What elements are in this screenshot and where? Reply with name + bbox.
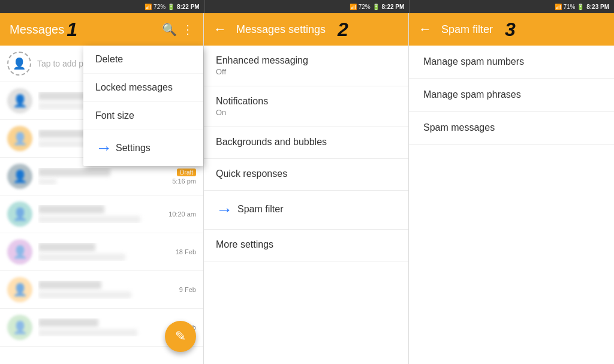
messages-header-right: 🔍 ⋮ <box>162 22 194 37</box>
settings-item-title: Backgrounds and bubbles <box>216 137 396 148</box>
dropdown-item-settings[interactable]: → Settings <box>83 130 203 166</box>
spam-item-manage-phrases[interactable]: Manage spam phrases <box>409 79 614 112</box>
settings-item-quick-responses[interactable]: Quick responses <box>204 159 408 191</box>
settings-list: Enhanced messaging Off Notifications On … <box>204 46 408 364</box>
message-preview <box>38 179 56 185</box>
message-time: 9 Feb <box>179 286 196 293</box>
sender-name <box>38 168 110 176</box>
settings-item-title: Spam filter <box>237 204 283 215</box>
status-bar-2: 📶 72% 🔋 8:22 PM <box>205 0 410 13</box>
message-meta: 18 Feb <box>176 248 196 255</box>
time-3: 8:23 PM <box>586 4 609 10</box>
spam-item-spam-messages[interactable]: Spam messages <box>409 112 614 145</box>
settings-item-sub: Off <box>216 67 396 76</box>
compose-icon: ✎ <box>175 329 186 344</box>
message-content <box>38 168 167 185</box>
settings-item-spam-filter[interactable]: → Spam filter <box>204 191 408 230</box>
message-preview <box>38 329 137 336</box>
status-bar-3: 📶 71% 🔋 8:23 PM <box>410 0 614 13</box>
message-preview <box>38 291 131 299</box>
message-time: 5:16 pm <box>172 178 196 185</box>
spam-item-manage-numbers[interactable]: Manage spam numbers <box>409 46 614 79</box>
avatar: 👤 <box>7 315 32 340</box>
dropdown-menu: Delete Locked messages Font size → Setti… <box>83 46 203 166</box>
settings-arrow-indicator: → <box>95 139 112 158</box>
panel-spam: ← Spam filter 3 Manage spam numbers Mana… <box>409 13 614 364</box>
message-meta: 10:20 am <box>168 210 196 218</box>
sender-name <box>38 243 95 251</box>
spam-list: Manage spam numbers Manage spam phrases … <box>409 46 614 364</box>
avatar: 👤 <box>7 201 32 227</box>
spam-header: ← Spam filter 3 <box>409 13 614 46</box>
settings-item-sub: On <box>216 108 396 117</box>
settings-header: ← Messages settings 2 <box>204 13 408 46</box>
spam-panel-number: 3 <box>505 19 516 41</box>
messages-header: Messages 1 🔍 ⋮ <box>0 13 203 46</box>
search-icon[interactable]: 🔍 <box>162 22 177 37</box>
spam-title: Spam filter <box>441 23 493 36</box>
message-content <box>38 205 164 223</box>
list-item[interactable]: 👤 18 Feb <box>0 233 203 271</box>
message-meta: 9 Feb <box>179 286 196 293</box>
avatar: 👤 <box>7 164 32 189</box>
messages-panel-number: 1 <box>67 19 77 41</box>
dropdown-item-font-size[interactable]: Font size <box>83 102 203 130</box>
settings-item-enhanced-messaging[interactable]: Enhanced messaging Off <box>204 46 408 86</box>
status-bars: 📶 72% 🔋 8:22 PM 📶 72% 🔋 8:22 PM 📶 71% 🔋 … <box>0 0 614 13</box>
settings-panel-number: 2 <box>338 19 348 41</box>
compose-fab[interactable]: ✎ <box>165 321 196 352</box>
message-time: 18 Feb <box>176 248 196 255</box>
message-time: 10:20 am <box>168 210 196 218</box>
add-priority-avatar: 👤 <box>7 52 31 76</box>
status-icons-2: 📶 72% 🔋 <box>350 4 380 10</box>
back-button-spam[interactable]: ← <box>419 22 432 37</box>
status-icons-3: 📶 71% 🔋 <box>555 4 585 10</box>
settings-item-title: Enhanced messaging <box>216 55 396 66</box>
more-icon[interactable]: ⋮ <box>182 22 194 37</box>
settings-item-more-settings[interactable]: More settings <box>204 230 408 261</box>
message-meta: Draft 5:16 pm <box>172 169 196 185</box>
message-content <box>38 318 180 336</box>
panel-messages: Messages 1 🔍 ⋮ Delete Locked messages Fo… <box>0 13 204 364</box>
settings-item-title: More settings <box>216 239 396 250</box>
panel-settings: ← Messages settings 2 Enhanced messaging… <box>204 13 409 364</box>
back-button-settings[interactable]: ← <box>213 22 227 37</box>
list-item[interactable]: 👤 9 Feb <box>0 271 203 309</box>
dropdown-item-delete[interactable]: Delete <box>83 46 203 74</box>
person-icon: 👤 <box>13 57 26 70</box>
dropdown-settings-label: Settings <box>116 143 151 154</box>
message-content <box>38 281 174 299</box>
dropdown-item-locked[interactable]: Locked messages <box>83 74 203 102</box>
avatar: 👤 <box>7 126 32 151</box>
avatar: 👤 <box>7 277 32 302</box>
settings-title: Messages settings <box>236 23 326 36</box>
panels-container: Messages 1 🔍 ⋮ Delete Locked messages Fo… <box>0 13 614 364</box>
messages-title: Messages <box>10 23 64 37</box>
message-preview <box>38 254 125 261</box>
settings-item-backgrounds[interactable]: Backgrounds and bubbles <box>204 127 408 159</box>
message-content <box>38 243 171 261</box>
sender-name <box>38 318 98 327</box>
settings-item-notifications[interactable]: Notifications On <box>204 86 408 127</box>
status-icons-1: 📶 72% 🔋 <box>145 4 174 10</box>
sender-name <box>38 205 104 213</box>
message-preview <box>38 216 140 223</box>
time-2: 8:22 PM <box>382 4 405 10</box>
settings-item-title: Quick responses <box>216 169 396 179</box>
avatar: 👤 <box>7 239 32 264</box>
list-item[interactable]: 👤 10:20 am <box>0 195 203 233</box>
avatar: 👤 <box>7 88 32 113</box>
spam-filter-arrow-indicator: → <box>216 200 233 219</box>
status-bar-1: 📶 72% 🔋 8:22 PM <box>0 0 205 13</box>
sender-name <box>38 281 101 289</box>
settings-item-title: Notifications <box>216 96 396 107</box>
draft-badge: Draft <box>177 169 196 176</box>
time-1: 8:22 PM <box>177 4 200 10</box>
